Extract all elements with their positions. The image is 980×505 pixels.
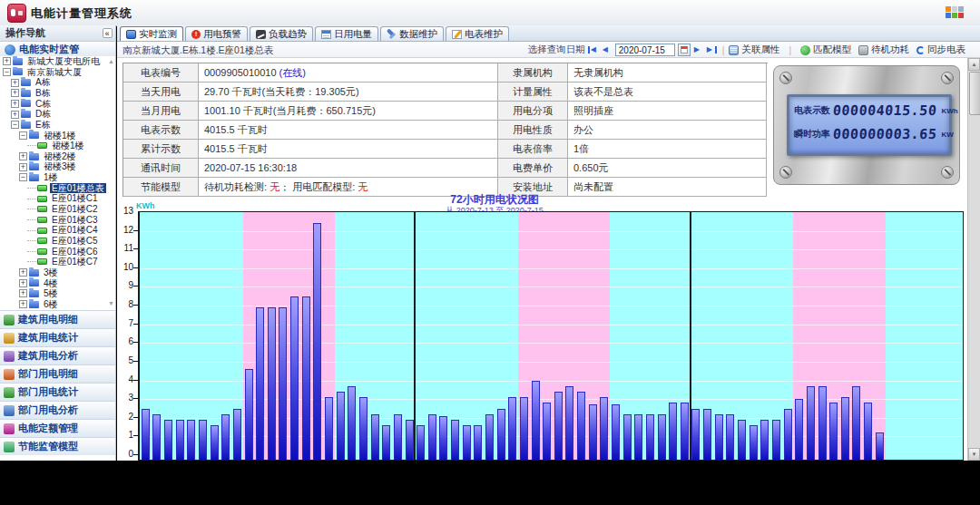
waffle-cell (946, 6, 951, 12)
last-date-button[interactable] (707, 45, 718, 54)
next-date-button[interactable] (693, 45, 704, 54)
expand-icon[interactable]: + (19, 300, 27, 308)
tree-item-E栋[interactable]: −E栋 (0, 120, 115, 131)
calendar-button[interactable] (678, 44, 691, 56)
tree-item-B栋[interactable]: +B栋 (0, 88, 115, 99)
tab-calendar[interactable]: 日用电量 (315, 26, 378, 41)
tree-connector (27, 199, 36, 199)
action-label: 同步电表 (927, 44, 965, 56)
expand-icon[interactable]: + (11, 89, 19, 97)
lcd-value: 000004015.50 (832, 102, 937, 119)
first-date-button[interactable] (588, 45, 599, 54)
tree-item-E座01楼C7[interactable]: E座01楼C7 (0, 257, 115, 267)
folder-icon (29, 163, 39, 170)
app-logo-icon (7, 4, 26, 23)
tree-item-C栋[interactable]: +C栋 (0, 99, 115, 110)
prev-date-button[interactable] (602, 45, 612, 54)
breadcrumb: 南京新城大厦.E栋.1楼.E座01楼总表 (122, 42, 273, 58)
scroll-up-icon[interactable]: ▲ (968, 58, 980, 71)
date-input[interactable] (615, 44, 675, 56)
gridline (140, 306, 963, 306)
bar-2020-7-14-h9 (520, 397, 528, 460)
row-label: 计量属性 (498, 83, 568, 102)
sidebar-section-电能定额管理[interactable]: 电能定额管理 (0, 419, 115, 437)
action-standby-button[interactable]: 待机功耗 (858, 44, 909, 56)
scrollbar-thumb[interactable] (969, 72, 980, 115)
tree-item-E座01楼C5[interactable]: E座01楼C5 (0, 236, 115, 247)
tree-item-裙楼1楼[interactable]: 裙楼1楼 (0, 141, 115, 151)
tree-item-D栋[interactable]: +D栋 (0, 109, 115, 120)
tree-label: E座01楼C5 (50, 236, 100, 247)
section-label: 部门用电统计 (18, 385, 78, 399)
expand-icon[interactable]: + (19, 268, 27, 277)
tree-item-E座01楼总表[interactable]: E座01楼总表 (0, 183, 115, 194)
tree-item-6楼[interactable]: +6楼 (0, 299, 115, 310)
expand-icon[interactable]: + (3, 57, 11, 65)
action-model-button[interactable]: 匹配模型 (800, 44, 851, 56)
bar-2020-7-15-h11 (818, 386, 827, 460)
tab-monitor[interactable]: 实时监测 (120, 26, 183, 41)
expand-icon[interactable]: + (11, 79, 19, 87)
lcd-unit: KWh (939, 107, 957, 115)
expand-icon[interactable]: + (19, 152, 27, 160)
tab-edit[interactable]: 电表维护 (446, 26, 509, 41)
tree-item-裙楼3楼[interactable]: +裙楼3楼 (0, 161, 115, 172)
sidebar-section-建筑用电明细[interactable]: 建筑用电明细 (0, 310, 115, 328)
tree-item-E座01楼C6[interactable]: E座01楼C6 (0, 247, 115, 257)
sidebar-section-部门用电统计[interactable]: 部门用电统计 (0, 383, 115, 401)
collapse-icon[interactable]: − (11, 121, 19, 129)
tree-item-1楼[interactable]: −1楼 (0, 172, 115, 183)
tree-scroll-up-icon[interactable]: ▲ (108, 58, 114, 64)
sidebar-section-部门用电分析[interactable]: 部门用电分析 (0, 401, 115, 419)
apps-grid-icon[interactable] (946, 6, 964, 18)
sidebar-section-建筑用电分析[interactable]: 建筑用电分析 (0, 346, 115, 364)
sidebar-section-节能监管模型[interactable]: 节能监管模型 (0, 437, 115, 455)
tree-item-E座01楼C3[interactable]: E座01楼C3 (0, 215, 115, 226)
calendar-icon (321, 30, 331, 39)
bar-2020-7-13-h19 (359, 397, 368, 460)
section-icon (4, 387, 15, 398)
bar-2020-7-14-h11 (543, 403, 551, 460)
expand-icon[interactable]: + (19, 163, 27, 171)
meter-icon (37, 248, 47, 255)
meter-icon (37, 206, 47, 212)
sidebar-section-建筑用电统计[interactable]: 建筑用电统计 (0, 328, 115, 346)
tree-item-4楼[interactable]: +4楼 (0, 277, 115, 288)
tab-alert[interactable]: 用电预警 (185, 26, 248, 41)
y-tick-label: 4 (119, 374, 133, 384)
action-sync-button[interactable]: 同步电表 (916, 44, 965, 56)
tree-item-5楼[interactable]: +5楼 (0, 288, 115, 299)
y-tick-label: 8 (119, 299, 133, 309)
collapse-icon[interactable]: − (19, 131, 27, 140)
tree-item-E座01楼C4[interactable]: E座01楼C4 (0, 225, 115, 236)
lcd-label: 电表示数 (794, 104, 830, 117)
tab-wrench[interactable]: 数据维护 (380, 26, 444, 41)
expand-icon[interactable]: + (11, 111, 19, 119)
expand-icon[interactable]: + (19, 289, 27, 297)
tree-label: 5楼 (42, 288, 60, 299)
section-label: 部门用电分析 (18, 403, 78, 417)
vertical-scrollbar[interactable]: ▲ ▼ (967, 58, 980, 461)
tree-label: E座01楼总表 (50, 183, 106, 194)
tree-item-3楼[interactable]: +3楼 (0, 267, 115, 278)
tree-item-裙楼1楼[interactable]: −裙楼1楼 (0, 130, 115, 141)
expand-icon[interactable]: + (11, 100, 19, 108)
tree-item-A栋[interactable]: +A栋 (0, 77, 115, 88)
sidebar-collapse-button[interactable] (103, 28, 113, 38)
expand-icon[interactable]: + (19, 279, 27, 287)
action-link-button[interactable]: 关联属性 (729, 44, 779, 56)
bar-2020-7-15-h14 (852, 386, 860, 460)
collapse-icon[interactable]: − (3, 68, 11, 76)
tree-item-裙楼2楼[interactable]: +裙楼2楼 (0, 151, 115, 162)
tree-item-E座01楼C1[interactable]: E座01楼C1 (0, 193, 115, 204)
collapse-icon[interactable]: − (19, 173, 27, 181)
scroll-down-icon[interactable]: ▼ (968, 448, 980, 461)
tree-item-E座01楼C2[interactable]: E座01楼C2 (0, 204, 115, 215)
tree-item-南京新城大厦[interactable]: −南京新城大厦 (0, 67, 115, 78)
sidebar-section-部门用电明细[interactable]: 部门用电明细 (0, 364, 115, 383)
tab-trend[interactable]: 负载趋势 (250, 26, 313, 41)
bar-2020-7-15-h3 (726, 414, 734, 460)
lcd-unit: KW (939, 131, 953, 139)
tree-scroll-down-icon[interactable]: ▼ (108, 300, 114, 306)
tree-item-新城大厦变电所电[interactable]: +新城大厦变电所电 (0, 56, 115, 67)
